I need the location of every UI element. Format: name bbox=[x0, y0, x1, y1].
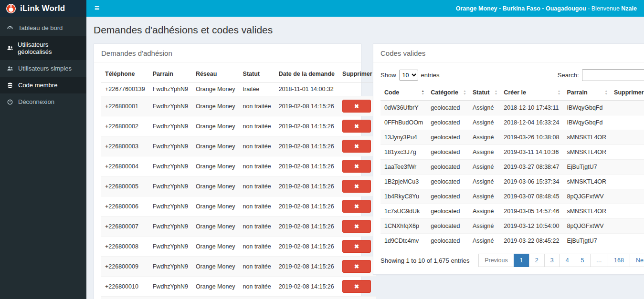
cell-reseau: Orange Money bbox=[192, 136, 239, 156]
table-row: 1aaTee3fWrgeolocatedAssigné2019-03-27 08… bbox=[380, 160, 644, 175]
page-length-control: Show 10 entries bbox=[380, 70, 440, 81]
column-header-creer-le[interactable]: Créer le▲▼ bbox=[500, 85, 563, 101]
pagination-page-3[interactable]: 3 bbox=[544, 254, 560, 267]
menu-toggle-button[interactable]: ≡ bbox=[86, 0, 107, 17]
cell-reseau: Orange Money bbox=[192, 96, 239, 116]
delete-button[interactable]: ✖ bbox=[342, 240, 371, 253]
sidebar-item-utilisateurs-geolocalises[interactable]: Utilisateurs géolocalisés bbox=[0, 36, 86, 60]
cell-statut: non traitée bbox=[239, 176, 275, 196]
sidebar: Tableau de bordUtilisateurs géolocalisés… bbox=[0, 17, 86, 299]
codes-header-row: Code▲▼Catégorie▲▼Statut▲▼Créer le▲▼Parra… bbox=[380, 85, 644, 101]
cell-supprimer: ✖ bbox=[338, 237, 376, 257]
column-header-date-de-la-demande: Date de la demande bbox=[275, 66, 338, 82]
cell-telephone: +226800010 bbox=[101, 277, 149, 297]
column-header-reseau: Réseau bbox=[192, 66, 239, 82]
pagination-page-168[interactable]: 168 bbox=[608, 254, 630, 267]
sidebar-item-tableau-de-bord[interactable]: Tableau de bord bbox=[0, 20, 86, 36]
cell-parrain: FwdhzYphN9 bbox=[149, 116, 192, 136]
cell-statut: non traitée bbox=[239, 136, 275, 156]
search-label: Search: bbox=[558, 72, 579, 79]
cell-date: 2019-02-08 14:15:26 bbox=[275, 136, 338, 156]
cell-parrain: FwdhzYphN9 bbox=[149, 217, 192, 237]
cell-reseau: Orange Money bbox=[192, 257, 239, 277]
cell-reseau: Orange Money bbox=[192, 176, 239, 196]
brand-name: iLink World bbox=[20, 4, 65, 13]
pagination-previous[interactable]: Previous bbox=[478, 254, 514, 267]
cell-creer_le: 2019-03-26 10:38:08 bbox=[500, 130, 563, 145]
cell-telephone: +226800005 bbox=[101, 176, 149, 196]
pagination-next[interactable]: Next bbox=[630, 254, 644, 267]
cell-parrain: sMNSKTL4OR bbox=[563, 130, 610, 145]
brand[interactable]: iLink World bbox=[0, 0, 86, 17]
pagination-page-1[interactable]: 1 bbox=[514, 254, 529, 267]
delete-button[interactable]: ✖ bbox=[342, 140, 371, 153]
delete-button[interactable]: ✖ bbox=[342, 220, 371, 233]
delete-button[interactable]: ✖ bbox=[342, 160, 371, 173]
cell-supprimer: ✖ bbox=[338, 136, 376, 156]
entries-label: entries bbox=[421, 72, 440, 79]
search-input[interactable] bbox=[582, 69, 644, 81]
cell-supprimer bbox=[610, 175, 644, 189]
cell-reseau: Orange Money bbox=[192, 237, 239, 257]
column-header-supprimer[interactable]: Supprimer▲▼ bbox=[610, 85, 644, 101]
sort-icon: ▲▼ bbox=[421, 90, 424, 95]
cell-supprimer: ✖ bbox=[338, 156, 376, 176]
users-icon bbox=[6, 65, 14, 72]
cell-statut: Assigné bbox=[469, 175, 500, 189]
table-row: +226800008FwdhzYphN9Orange Moneynon trai… bbox=[101, 237, 376, 257]
table-row: 0FFhBudOOmgeolocatedAssigné2018-12-04 16… bbox=[380, 115, 644, 130]
cell-supprimer bbox=[610, 115, 644, 130]
cell-telephone: +226800008 bbox=[101, 237, 149, 257]
cell-statut: non traitée bbox=[239, 297, 275, 299]
page-length-select[interactable]: 10 bbox=[399, 70, 418, 81]
delete-button[interactable]: ✖ bbox=[342, 200, 371, 213]
sidebar-item-code-membre[interactable]: Code membre bbox=[0, 77, 86, 93]
cell-parrain: EjBuTjgtU7 bbox=[563, 160, 610, 175]
pagination-page-5[interactable]: 5 bbox=[575, 254, 591, 267]
pagination-page-2[interactable]: 2 bbox=[529, 254, 545, 267]
sort-icon: ▲▼ bbox=[558, 90, 561, 95]
sort-icon: ▲▼ bbox=[604, 90, 608, 95]
cell-creer_le: 2019-03-05 14:57:46 bbox=[500, 204, 563, 219]
table-row: 1CNXhfqX6pgeolocatedAssigné2019-03-12 10… bbox=[380, 219, 644, 234]
table-row: 0dW36UfbrYgeolocatedAssigné2018-12-10 17… bbox=[380, 101, 644, 115]
column-header-parrain[interactable]: Parrain▲▼ bbox=[563, 85, 610, 101]
cell-code: 1c7sUG9dUk bbox=[380, 204, 427, 219]
delete-button[interactable]: ✖ bbox=[342, 280, 371, 293]
cell-statut: non traitée bbox=[239, 257, 275, 277]
column-header-statut[interactable]: Statut▲▼ bbox=[469, 85, 500, 101]
column-header-label: Code bbox=[384, 89, 399, 96]
cell-supprimer bbox=[610, 204, 644, 219]
column-header-categorie[interactable]: Catégorie▲▼ bbox=[427, 85, 469, 101]
sidebar-item-deconnexion[interactable]: Déconnexion bbox=[0, 93, 86, 110]
cell-telephone: +226800006 bbox=[101, 196, 149, 217]
datatable-footer: Showing 1 to 10 of 1,675 entries Previou… bbox=[373, 248, 644, 274]
cell-date: 2018-11-01 14:00:32 bbox=[275, 82, 338, 96]
cell-parrain: FwdhzYphN9 bbox=[149, 156, 192, 176]
cell-categorie: geolocated bbox=[427, 189, 469, 204]
delete-button[interactable]: ✖ bbox=[342, 100, 371, 113]
demandes-header-row: TéléphoneParrainRéseauStatutDate de la d… bbox=[101, 66, 376, 82]
cell-telephone: +226800001 bbox=[101, 96, 149, 116]
column-header-code[interactable]: Code▲▼ bbox=[380, 85, 427, 101]
cell-telephone: +226800004 bbox=[101, 156, 149, 176]
delete-button[interactable]: ✖ bbox=[342, 180, 371, 193]
table-row: 1B2pjeMCu3geolocatedAssigné2019-03-06 15… bbox=[380, 175, 644, 189]
cell-date: 2019-02-08 14:15:26 bbox=[275, 196, 338, 217]
show-label: Show bbox=[380, 72, 396, 79]
sidebar-item-utilisateurs-simples[interactable]: Utilisateurs simples bbox=[0, 60, 86, 77]
pagination-page-4[interactable]: 4 bbox=[560, 254, 575, 267]
cell-parrain: 8pQJGFxtWV bbox=[563, 189, 610, 204]
cell-reseau: Orange Money bbox=[192, 217, 239, 237]
context-label: Orange Money - Burkina Faso - Ouagadougo… bbox=[456, 5, 586, 12]
pagination: Previous12345…168Next bbox=[479, 254, 644, 267]
cell-statut: non traitée bbox=[239, 277, 275, 297]
delete-button[interactable]: ✖ bbox=[342, 120, 371, 133]
topbar: ≡ Orange Money - Burkina Faso - Ouagadou… bbox=[86, 0, 644, 17]
delete-button[interactable]: ✖ bbox=[342, 260, 371, 273]
cell-date: 2019-02-08 14:15:26 bbox=[275, 277, 338, 297]
cell-date: 2019-02-12 19:10:32 bbox=[275, 297, 338, 299]
cell-categorie: geolocated bbox=[427, 130, 469, 145]
cell-supprimer bbox=[610, 130, 644, 145]
cell-categorie: geolocated bbox=[427, 175, 469, 189]
